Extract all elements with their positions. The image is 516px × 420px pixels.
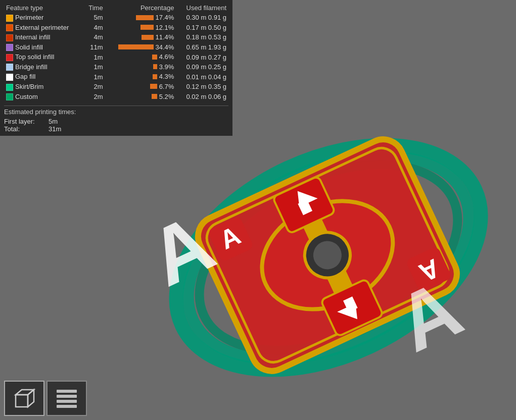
feature-percentage-cell: 4.3% xyxy=(105,72,176,81)
col-header-percentage: Percentage xyxy=(105,3,176,13)
color-swatch xyxy=(6,93,13,100)
color-swatch xyxy=(6,44,13,51)
feature-filament: 0.12 m 0.35 g xyxy=(176,82,228,92)
feature-name: External perimeter xyxy=(15,24,69,31)
table-row: Gap fill1m4.3%0.01 m 0.04 g xyxy=(4,72,228,82)
feature-time: 1m xyxy=(83,72,105,82)
feature-percentage-cell: 3.9% xyxy=(105,62,176,72)
percentage-value: 17.4% xyxy=(156,14,174,21)
feature-name-cell: Skirt/Brim xyxy=(4,82,83,92)
layers-view-button[interactable] xyxy=(46,381,87,416)
feature-filament: 0.65 m 1.93 g xyxy=(176,42,228,52)
table-row: Top solid infill1m4.6%0.09 m 0.27 g xyxy=(4,52,228,62)
feature-time: 4m xyxy=(83,32,105,42)
percentage-bar xyxy=(142,35,153,40)
feature-name-cell: Perimeter xyxy=(4,13,83,23)
percentage-value: 12.1% xyxy=(156,24,174,31)
feature-time: 1m xyxy=(83,62,105,72)
svg-rect-30 xyxy=(57,395,77,398)
feature-filament: 0.02 m 0.06 g xyxy=(176,92,228,102)
feature-filament: 0.01 m 0.04 g xyxy=(176,72,228,82)
color-swatch xyxy=(6,74,13,81)
feature-filament: 0.09 m 0.27 g xyxy=(176,52,228,62)
percentage-value: 11.4% xyxy=(156,33,174,41)
feature-filament: 0.30 m 0.91 g xyxy=(176,13,228,23)
percentage-value: 4.6% xyxy=(159,53,174,61)
feature-name-cell: Gap fill xyxy=(4,72,83,82)
feature-name: Custom xyxy=(15,93,38,100)
percentage-value: 4.3% xyxy=(159,73,174,80)
feature-name-cell: External perimeter xyxy=(4,23,83,33)
svg-marker-28 xyxy=(28,390,34,407)
color-swatch xyxy=(6,54,13,61)
color-swatch xyxy=(6,24,13,31)
feature-filament: 0.09 m 0.25 g xyxy=(176,62,228,72)
feature-percentage-cell: 6.7% xyxy=(105,82,176,91)
feature-name: Top solid infill xyxy=(15,53,54,61)
feature-percentage-cell: 11.4% xyxy=(105,32,176,42)
table-row: External perimeter4m12.1%0.17 m 0.50 g xyxy=(4,23,228,33)
percentage-value: 5.2% xyxy=(159,93,174,100)
feature-name-cell: Bridge infill xyxy=(4,62,83,72)
percentage-value: 3.9% xyxy=(159,63,174,71)
svg-rect-32 xyxy=(57,405,77,408)
table-row: Solid infill11m34.4%0.65 m 1.93 g xyxy=(4,42,228,52)
feature-name: Solid infill xyxy=(15,43,43,51)
first-layer-value: 5m xyxy=(49,118,58,125)
feature-time: 2m xyxy=(83,92,105,102)
estimated-title: Estimated printing times: xyxy=(4,108,228,116)
stats-panel: Feature type Time Percentage Used filame… xyxy=(0,0,232,136)
feature-time: 5m xyxy=(83,13,105,23)
color-swatch xyxy=(6,84,13,91)
percentage-bar xyxy=(152,94,157,99)
color-swatch xyxy=(6,15,13,22)
feature-filament: 0.18 m 0.53 g xyxy=(176,32,228,42)
table-row: Custom2m5.2%0.02 m 0.06 g xyxy=(4,92,228,102)
percentage-bar xyxy=(153,64,157,69)
feature-time: 2m xyxy=(83,82,105,92)
col-header-time: Time xyxy=(83,3,105,13)
feature-name-cell: Internal infill xyxy=(4,32,83,42)
feature-time: 11m xyxy=(83,42,105,52)
percentage-value: 6.7% xyxy=(159,83,174,90)
feature-percentage-cell: 5.2% xyxy=(105,92,176,101)
percentage-bar xyxy=(136,15,154,20)
feature-percentage-cell: 17.4% xyxy=(105,13,176,22)
percentage-bar xyxy=(140,25,153,30)
cube-icon xyxy=(12,386,37,411)
first-layer-label: First layer: xyxy=(4,118,44,125)
svg-rect-29 xyxy=(57,390,77,393)
layers-icon xyxy=(54,386,79,411)
feature-table: Feature type Time Percentage Used filame… xyxy=(4,3,228,101)
3d-view-button[interactable] xyxy=(4,381,44,416)
percentage-bar xyxy=(153,74,157,79)
color-swatch xyxy=(6,64,13,71)
svg-marker-26 xyxy=(16,395,28,407)
percentage-value: 34.4% xyxy=(156,43,174,51)
percentage-bar xyxy=(152,55,157,60)
first-layer-row: First layer: 5m xyxy=(4,118,228,125)
table-row: Bridge infill1m3.9%0.09 m 0.25 g xyxy=(4,62,228,72)
feature-name: Bridge infill xyxy=(15,63,48,71)
feature-time: 1m xyxy=(83,52,105,62)
table-row: Perimeter5m17.4%0.30 m 0.91 g xyxy=(4,13,228,23)
color-swatch xyxy=(6,34,13,41)
bottom-toolbar xyxy=(0,377,91,420)
col-header-feature: Feature type xyxy=(4,3,83,13)
percentage-bar xyxy=(118,44,154,49)
feature-percentage-cell: 4.6% xyxy=(105,52,176,62)
percentage-bar xyxy=(150,84,157,89)
feature-filament: 0.17 m 0.50 g xyxy=(176,23,228,33)
total-row: Total: 31m xyxy=(4,125,228,133)
feature-time: 4m xyxy=(83,23,105,33)
table-row: Skirt/Brim2m6.7%0.12 m 0.35 g xyxy=(4,82,228,92)
total-label: Total: xyxy=(4,125,44,133)
feature-name: Gap fill xyxy=(15,73,35,80)
feature-name: Skirt/Brim xyxy=(15,83,43,90)
feature-percentage-cell: 12.1% xyxy=(105,23,176,32)
feature-percentage-cell: 34.4% xyxy=(105,42,176,52)
feature-name-cell: Top solid infill xyxy=(4,52,83,62)
feature-name: Internal infill xyxy=(15,33,50,41)
total-value: 31m xyxy=(49,125,61,133)
feature-name-cell: Custom xyxy=(4,92,83,102)
